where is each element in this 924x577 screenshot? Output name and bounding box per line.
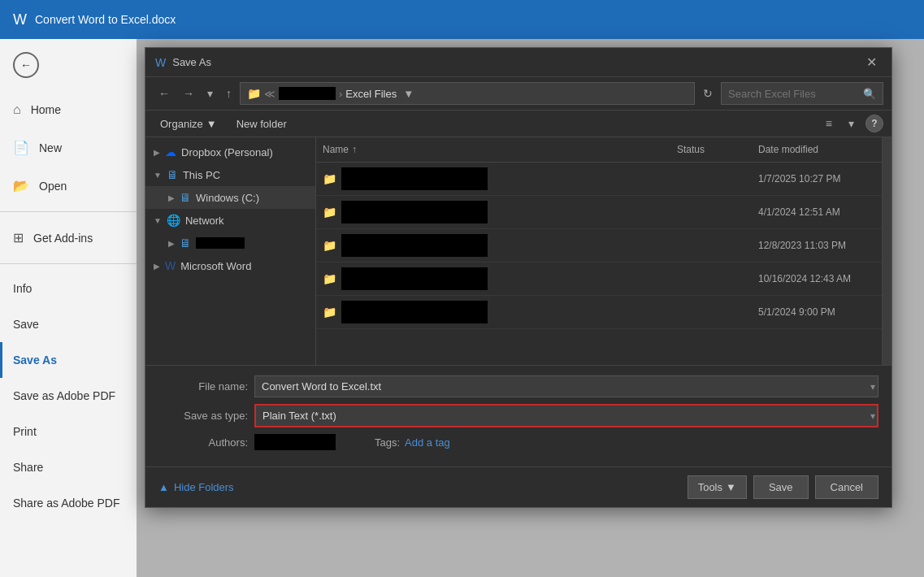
- table-row[interactable]: 📁 1/7/2025 10:27 PM: [316, 163, 882, 196]
- filename-input[interactable]: [254, 375, 878, 397]
- col-date[interactable]: Date modified: [752, 141, 882, 158]
- table-row[interactable]: 📁 10/16/2024 12:43 AM: [316, 262, 882, 296]
- cancel-button[interactable]: Cancel: [815, 475, 878, 499]
- col-status[interactable]: Status: [670, 141, 752, 158]
- nav-item-dropbox[interactable]: ▶ ☁ Dropbox (Personal): [145, 141, 315, 163]
- file-list: Name ↑ Status Date modified: [316, 137, 882, 365]
- file-cell-date: 12/8/2023 11:03 PM: [752, 240, 882, 251]
- computer-icon: 🖥: [167, 168, 178, 181]
- filename-input-wrap: ▾: [254, 375, 878, 397]
- sidebar-item-saveas[interactable]: Save As: [0, 342, 137, 378]
- sidebar-item-save[interactable]: Save: [0, 306, 137, 342]
- sidebar-item-shareasadobe[interactable]: Share as Adobe PDF: [0, 485, 137, 521]
- file-cell-date: 4/1/2024 12:51 AM: [752, 206, 882, 218]
- filename-hidden: [341, 201, 488, 223]
- organize-button[interactable]: Organize ▼: [154, 115, 223, 133]
- col-name[interactable]: Name ↑: [316, 141, 670, 158]
- nav-item-network[interactable]: ▼ 🌐 Network: [145, 209, 315, 232]
- refresh-button[interactable]: ↻: [698, 84, 718, 103]
- filetype-dropdown-arrow[interactable]: ▾: [870, 410, 875, 422]
- sidebar-item-print[interactable]: Print: [0, 414, 137, 449]
- address-path[interactable]: 📁 ≪ › Excel Files ▼: [240, 82, 695, 105]
- scrollbar[interactable]: [882, 137, 891, 365]
- dialog-footer: ▲ Hide Folders Tools ▼ Save Cancel: [145, 466, 891, 507]
- addins-icon: ⊞: [13, 230, 24, 245]
- word-nav-icon: W: [165, 259, 176, 272]
- forward-nav-button[interactable]: →: [178, 84, 199, 103]
- dialog-toolbar: Organize ▼ New folder ≡ ▾ ?: [145, 111, 891, 137]
- new-folder-label: New folder: [236, 118, 287, 130]
- dialog-form: File name: ▾ Save as type: ▾ Authors:: [145, 365, 891, 466]
- back-nav-button[interactable]: ←: [154, 84, 175, 103]
- tools-button[interactable]: Tools ▼: [688, 475, 747, 499]
- network-icon: 🌐: [167, 214, 180, 227]
- sidebar-item-open[interactable]: 📂 Open: [0, 167, 137, 205]
- word-app-icon: W: [13, 11, 27, 28]
- sidebar-item-getaddins[interactable]: ⊞ Get Add-ins: [0, 219, 137, 257]
- sidebar-item-new[interactable]: 📄 New: [0, 128, 137, 167]
- nav-item-network-sub[interactable]: ▶ 🖥: [145, 232, 315, 254]
- sidebar-item-label: Info: [13, 282, 32, 295]
- drive-icon: 🖥: [180, 191, 191, 204]
- up-nav-button[interactable]: ↑: [221, 84, 236, 103]
- table-row[interactable]: 📁 12/8/2023 11:03 PM: [316, 229, 882, 262]
- nav-item-thispc[interactable]: ▼ 🖥 This PC: [145, 163, 315, 186]
- tools-arrow: ▼: [726, 481, 736, 493]
- nav-item-windows-c[interactable]: ▶ 🖥 Windows (C:): [145, 186, 315, 209]
- hide-folders-button[interactable]: ▲ Hide Folders: [158, 481, 234, 493]
- search-box[interactable]: 🔍: [721, 82, 883, 105]
- path-hidden: [279, 87, 336, 100]
- dialog-titlebar: W Save As ✕: [145, 48, 891, 77]
- help-button[interactable]: ?: [865, 115, 883, 132]
- network-name-hidden: [196, 237, 245, 249]
- dialog-close-button[interactable]: ✕: [861, 53, 882, 72]
- nav-item-msword[interactable]: ▶ W Microsoft Word: [145, 254, 315, 277]
- divider: [0, 263, 137, 264]
- sidebar-item-label: Save: [13, 318, 39, 331]
- hide-folders-arrow: ▲: [158, 481, 169, 493]
- expand-icon: ▶: [154, 148, 160, 157]
- view-dropdown-button[interactable]: ▾: [844, 114, 859, 133]
- file-cell-name: 📁: [316, 167, 670, 190]
- sidebar-item-info[interactable]: Info: [0, 271, 137, 306]
- sort-icon: ↑: [352, 144, 357, 155]
- filetype-input-wrap: ▾: [254, 404, 878, 427]
- sidebar-item-saveaspdf[interactable]: Save as Adobe PDF: [0, 378, 137, 414]
- organize-label: Organize: [160, 118, 203, 130]
- folder-icon: 📁: [323, 239, 336, 252]
- path-arrow: ›: [339, 88, 342, 100]
- back-button[interactable]: ←: [13, 52, 39, 78]
- home-icon: ⌂: [13, 102, 21, 117]
- expand-icon: ▶: [154, 262, 160, 271]
- open-icon: 📂: [13, 178, 29, 193]
- address-dropdown-button[interactable]: ▼: [400, 88, 417, 100]
- new-folder-button[interactable]: New folder: [230, 115, 293, 133]
- sidebar-item-label: Save as Adobe PDF: [13, 389, 115, 402]
- table-row[interactable]: 📁 5/1/2024 9:00 PM: [316, 296, 882, 329]
- dialog-title: Save As: [172, 56, 861, 68]
- nav-item-label: Network: [185, 215, 224, 227]
- save-button[interactable]: Save: [753, 475, 809, 499]
- filename-dropdown-arrow[interactable]: ▾: [870, 381, 875, 393]
- file-cell-name: 📁: [316, 267, 670, 290]
- document-title: Convert Word to Excel.docx: [35, 13, 176, 26]
- recent-locations-button[interactable]: ▾: [202, 84, 218, 103]
- organize-arrow: ▼: [206, 118, 217, 130]
- nav-item-label: This PC: [183, 169, 220, 181]
- search-input[interactable]: [728, 88, 860, 100]
- expand-icon: ▶: [168, 193, 175, 202]
- add-tag-link[interactable]: Add a tag: [405, 436, 450, 449]
- table-row[interactable]: 📁 4/1/2024 12:51 AM: [316, 196, 882, 229]
- view-button[interactable]: ≡: [821, 114, 837, 133]
- sidebar-item-label: Save As: [13, 354, 57, 367]
- filename-row: File name: ▾: [158, 375, 878, 397]
- tags-label: Tags:: [375, 436, 400, 449]
- expand-icon: ▶: [168, 239, 175, 248]
- sidebar-item-home[interactable]: ⌂ Home: [0, 91, 137, 128]
- sidebar-item-share[interactable]: Share: [0, 449, 137, 485]
- file-cell-date: 1/7/2025 10:27 PM: [752, 173, 882, 184]
- file-cell-name: 📁: [316, 234, 670, 257]
- filetype-input[interactable]: [254, 404, 878, 427]
- filelist-rows: 📁 1/7/2025 10:27 PM 📁: [316, 163, 882, 365]
- nav-item-label: Dropbox (Personal): [181, 146, 273, 158]
